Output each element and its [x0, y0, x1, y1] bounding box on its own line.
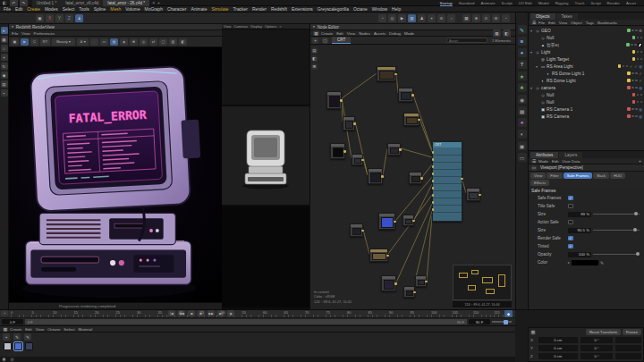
- asset-search-input[interactable]: [446, 38, 487, 43]
- camera-icon[interactable]: ▣: [518, 141, 527, 150]
- end-frame-field[interactable]: 90 F: [469, 319, 490, 324]
- panel-tab-takes[interactable]: Takes: [556, 13, 578, 20]
- edit-material-icon[interactable]: ✎: [13, 333, 21, 341]
- add-icon[interactable]: +: [428, 14, 436, 22]
- pixel-probe-icon[interactable]: ⊕: [130, 38, 138, 46]
- menu-mesh[interactable]: Mesh: [110, 7, 121, 12]
- node-1[interactable]: [343, 116, 355, 130]
- menu-object[interactable]: Object: [571, 21, 582, 25]
- grid-mode-icon[interactable]: ▦: [408, 14, 416, 22]
- node-18[interactable]: [466, 188, 480, 201]
- clock-icon[interactable]: ◔: [502, 14, 510, 22]
- record-icon[interactable]: ◎: [388, 14, 396, 22]
- dot-icon[interactable]: ▪: [1, 89, 8, 97]
- menu--[interactable]: >: [279, 24, 281, 29]
- node-4[interactable]: [330, 143, 345, 159]
- display-icon[interactable]: ▭: [518, 153, 527, 162]
- add-material-icon[interactable]: +: [3, 333, 10, 341]
- menu-material[interactable]: Material: [79, 327, 93, 332]
- menu-tags[interactable]: Tags: [586, 21, 594, 25]
- menu-modes[interactable]: Modes: [45, 7, 58, 12]
- menu-edit[interactable]: Edit: [336, 31, 343, 36]
- layout-icon[interactable]: ◧: [311, 55, 318, 62]
- tree-row-geo[interactable]: ▾◇GEO⚙: [529, 27, 644, 34]
- layout-tab-sculpt[interactable]: Sculpt: [502, 0, 513, 6]
- disable-icon[interactable]: ⊘: [437, 14, 445, 22]
- collapse-icon[interactable]: ▾: [12, 25, 13, 29]
- character-icon[interactable]: ♟: [418, 14, 426, 22]
- menu-bookmarks[interactable]: Bookmarks: [597, 21, 617, 25]
- checkbox[interactable]: [568, 204, 573, 209]
- button-reset-transform[interactable]: Reset Transform: [586, 329, 621, 335]
- menu-character[interactable]: Character: [167, 7, 186, 12]
- timeline-zoom-slider[interactable]: [492, 321, 512, 323]
- axis-x-icon[interactable]: X: [46, 14, 54, 22]
- menu-redshift[interactable]: Redshift: [271, 7, 287, 12]
- layout-tab-rigging[interactable]: Rigging: [555, 0, 569, 6]
- scale-field[interactable]: [615, 337, 641, 343]
- menu-animate[interactable]: Animate: [191, 7, 207, 12]
- snap-grid-icon[interactable]: ⊞: [311, 63, 318, 70]
- node-15[interactable]: [381, 275, 396, 291]
- keyframe-button[interactable]: ◆: [504, 310, 513, 317]
- menu-file[interactable]: File: [12, 31, 18, 36]
- tree-row-light[interactable]: ▾◇Light: [529, 48, 644, 55]
- menu-nodes[interactable]: Nodes: [359, 31, 370, 36]
- node-7[interactable]: [387, 143, 401, 156]
- menu-edit[interactable]: Edit: [548, 21, 555, 25]
- scale-field[interactable]: [615, 345, 641, 351]
- axis-z-icon[interactable]: Z: [65, 14, 73, 22]
- menu-view[interactable]: View: [347, 31, 355, 36]
- menu-select[interactable]: Select: [64, 327, 74, 332]
- node-14[interactable]: [369, 248, 388, 262]
- hamburger-icon[interactable]: ☰: [531, 21, 537, 25]
- material-swatch[interactable]: [4, 342, 12, 350]
- menu-file[interactable]: File: [538, 21, 545, 25]
- mode-tab-filter[interactable]: Filter: [547, 173, 563, 179]
- render-canvas[interactable]: FATAL_ERROR FATAL_ERROR: [9, 47, 222, 302]
- mode-tab-safe-frames[interactable]: Safe Frames: [564, 173, 593, 179]
- save-image-icon[interactable]: ▣: [11, 38, 19, 46]
- node-0[interactable]: [326, 91, 342, 109]
- menu-edit[interactable]: Edit: [552, 159, 559, 164]
- prev-frame-icon[interactable]: ◀: [188, 310, 195, 316]
- rotation-field[interactable]: 0 °: [580, 345, 613, 351]
- menu-create[interactable]: Create: [321, 31, 333, 36]
- autokey-icon[interactable]: ◔: [1, 310, 8, 316]
- node-graph-canvas[interactable]: ▤◧⊞ In contextColor · sRGB124 :: 89.6, 4…: [310, 45, 515, 309]
- node-13[interactable]: [350, 223, 363, 237]
- value-field[interactable]: 90.5 %: [568, 228, 591, 233]
- material-swatch[interactable]: [25, 342, 33, 350]
- eyedropper-icon[interactable]: ✎: [600, 260, 604, 265]
- scale-field[interactable]: [615, 353, 641, 359]
- particles-icon[interactable]: ●: [518, 118, 527, 127]
- position-field[interactable]: 0 cm: [538, 345, 578, 351]
- model-mode-icon[interactable]: ♟: [75, 14, 83, 22]
- menu-simulate[interactable]: Simulate: [211, 7, 228, 12]
- panel-tab-objects[interactable]: Objects: [530, 13, 555, 20]
- simulate-clock-icon[interactable]: ◔: [378, 14, 386, 22]
- value-field[interactable]: 93 %: [568, 212, 591, 217]
- document-tab[interactable]: Untitled 1 *: [32, 0, 61, 6]
- tree-row-light-target[interactable]: ◎Light Target: [529, 55, 644, 63]
- node-editor-header[interactable]: ▾ Node Editor: [310, 24, 515, 30]
- panel-tab-attributes[interactable]: Attributes: [530, 152, 558, 158]
- volume-icon[interactable]: ◉: [518, 95, 527, 104]
- menu-debug[interactable]: Debug: [389, 31, 401, 36]
- menu-greyscalegorilla[interactable]: Greyscalegorilla: [318, 7, 349, 12]
- menu-user-data[interactable]: User Data: [563, 159, 580, 164]
- mode-tab-back[interactable]: Back: [593, 173, 609, 179]
- viewport-bottom[interactable]: [222, 206, 309, 307]
- mode-tab-view[interactable]: View: [530, 173, 546, 179]
- move-tool-icon[interactable]: +: [1, 54, 8, 61]
- text-object-icon[interactable]: T: [518, 60, 527, 69]
- checkbox[interactable]: [568, 220, 573, 225]
- live-selection-icon[interactable]: ►: [1, 27, 8, 34]
- rotate-tool-icon[interactable]: ↻: [1, 63, 8, 70]
- layout-tab-standard[interactable]: Standard: [459, 0, 475, 6]
- play-icon[interactable]: ▶: [398, 14, 406, 22]
- panel-tab-layers[interactable]: Layers: [559, 152, 582, 158]
- edit-shader-icon[interactable]: ✎: [24, 333, 31, 341]
- layout-tab-model[interactable]: Model: [538, 0, 549, 6]
- region-icon[interactable]: ▭: [100, 38, 108, 46]
